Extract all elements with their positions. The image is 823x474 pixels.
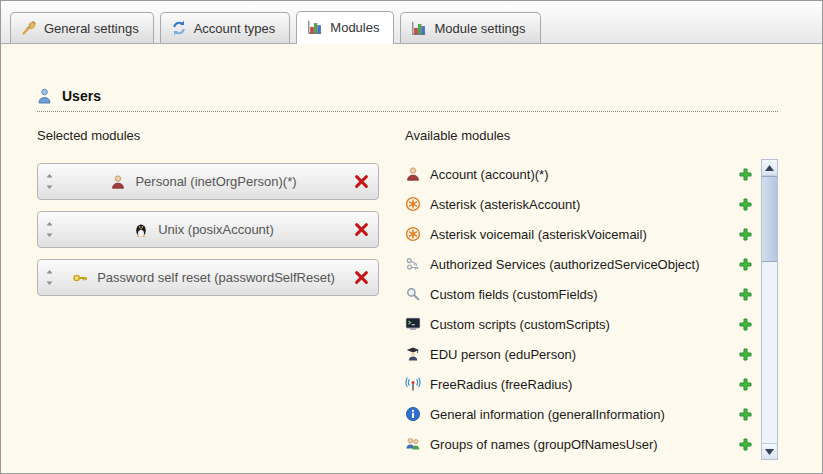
add-icon[interactable] [739, 198, 752, 211]
available-module-label: General information (generalInformation) [430, 407, 665, 422]
sort-handle-icon[interactable] [45, 221, 54, 238]
scroll-up-button[interactable] [762, 160, 777, 176]
available-module-asterisk-voicemail: Asterisk voicemail (asteriskVoicemail) [405, 219, 761, 249]
tab-module-settings[interactable]: Module settings [400, 12, 540, 43]
available-module-label: Custom fields (customFields) [430, 287, 598, 302]
available-module-groups-of-names: Groups of names (groupOfNamesUser) [405, 429, 761, 459]
selected-module-label: Password self reset (passwordSelfReset) [97, 270, 335, 285]
key-icon [72, 270, 88, 286]
tab-general-settings[interactable]: General settings [10, 12, 154, 43]
terminal-icon [405, 316, 421, 332]
account-type-header: Users [37, 88, 778, 112]
selected-module-content: Personal (inetOrgPerson)(*) [54, 174, 353, 190]
delete-icon[interactable] [353, 269, 370, 286]
tux-icon [133, 222, 149, 238]
add-icon[interactable] [739, 408, 752, 421]
available-module-label: Asterisk (asteriskAccount) [430, 197, 580, 212]
antenna-icon [405, 376, 421, 392]
available-modules-list: Account (account)(*) [405, 159, 761, 459]
selected-modules-list: Personal (inetOrgPerson)(*) [37, 163, 379, 296]
tab-label: Module settings [434, 21, 525, 36]
add-icon[interactable] [739, 258, 752, 271]
available-module-account: Account (account)(*) [405, 159, 761, 189]
tab-bar: General settings Account types [1, 1, 822, 44]
asterisk-icon [405, 226, 421, 242]
tab-label: Modules [330, 20, 379, 35]
add-icon[interactable] [739, 228, 752, 241]
selected-modules-column: Selected modules [37, 128, 379, 460]
available-modules-column: Available modules Account (account)(*) [405, 128, 778, 460]
sync-icon [171, 20, 187, 36]
available-module-label: Groups of names (groupOfNamesUser) [430, 437, 658, 452]
chart-icon [411, 20, 427, 36]
available-module-general-information: General information (generalInformation) [405, 399, 761, 429]
available-module-label: Custom scripts (customScripts) [430, 317, 610, 332]
add-icon[interactable] [739, 288, 752, 301]
add-icon[interactable] [739, 348, 752, 361]
available-module-authorized-services: Authorized Services (authorizedServiceOb… [405, 249, 761, 279]
person-icon [110, 174, 126, 190]
tab-account-types[interactable]: Account types [160, 12, 291, 43]
asterisk-icon [405, 196, 421, 212]
delete-icon[interactable] [353, 221, 370, 238]
selected-module-content: Password self reset (passwordSelfReset) [54, 270, 353, 286]
available-module-label: Authorized Services (authorizedServiceOb… [430, 257, 700, 272]
graduate-icon [405, 346, 421, 362]
delete-icon[interactable] [353, 173, 370, 190]
magnifier-icon [405, 286, 421, 302]
available-module-custom-scripts: Custom scripts (customScripts) [405, 309, 761, 339]
add-icon[interactable] [739, 438, 752, 451]
available-modules-wrap: Available modules Account (account)(*) [405, 128, 761, 459]
available-module-asterisk: Asterisk (asteriskAccount) [405, 189, 761, 219]
tab-modules[interactable]: Modules [296, 11, 394, 44]
available-modules-heading: Available modules [405, 128, 761, 145]
group-icon [405, 436, 421, 452]
person-icon [405, 166, 421, 182]
selected-module-label: Unix (posixAccount) [158, 222, 274, 237]
selected-module-label: Personal (inetOrgPerson)(*) [135, 174, 296, 189]
section-title: Users [62, 88, 101, 104]
available-module-edu-person: EDU person (eduPerson) [405, 339, 761, 369]
tools-icon [21, 20, 37, 36]
tab-label: Account types [194, 21, 276, 36]
add-icon[interactable] [739, 318, 752, 331]
available-module-label: Asterisk voicemail (asteriskVoicemail) [430, 227, 647, 242]
users-icon [37, 88, 53, 104]
selected-module-content: Unix (posixAccount) [54, 222, 353, 238]
add-icon[interactable] [739, 378, 752, 391]
sort-handle-icon[interactable] [45, 173, 54, 190]
lam-configuration-page: General settings Account types [0, 0, 823, 474]
available-modules-scrollbar[interactable] [761, 159, 778, 460]
selected-module-personal[interactable]: Personal (inetOrgPerson)(*) [37, 163, 379, 200]
available-module-label: Account (account)(*) [430, 167, 549, 182]
chart-icon [307, 19, 323, 35]
modules-tab-content: Users Selected modules [1, 44, 822, 460]
selected-modules-heading: Selected modules [37, 128, 379, 145]
sort-handle-icon[interactable] [45, 269, 54, 286]
available-module-label: EDU person (eduPerson) [430, 347, 576, 362]
scroll-thumb[interactable] [762, 176, 777, 262]
info-icon [405, 406, 421, 422]
available-module-label: FreeRadius (freeRadius) [430, 377, 572, 392]
available-module-custom-fields: Custom fields (customFields) [405, 279, 761, 309]
keys-icon [405, 256, 421, 272]
selected-module-unix[interactable]: Unix (posixAccount) [37, 211, 379, 248]
module-columns: Selected modules [37, 128, 778, 460]
tab-label: General settings [44, 21, 139, 36]
add-icon[interactable] [739, 168, 752, 181]
available-module-freeradius: FreeRadius (freeRadius) [405, 369, 761, 399]
selected-module-password-self-reset[interactable]: Password self reset (passwordSelfReset) [37, 259, 379, 296]
scroll-down-button[interactable] [762, 443, 777, 459]
